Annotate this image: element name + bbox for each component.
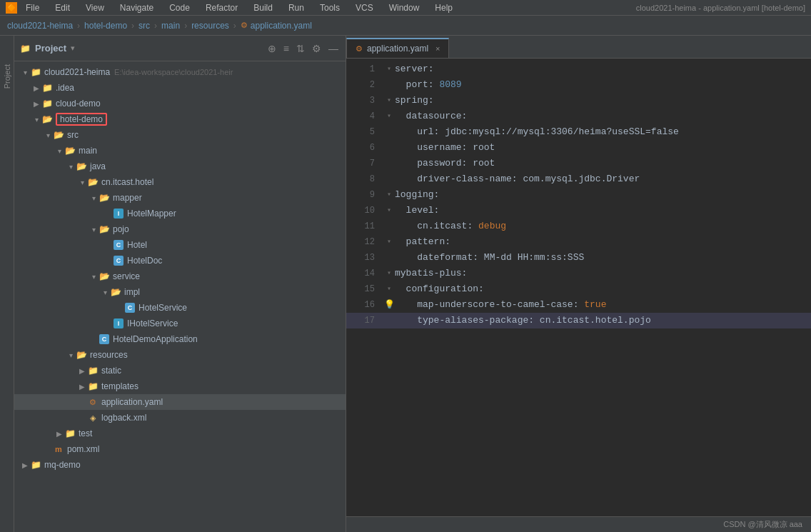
- tree-item-cloud2021[interactable]: ▾ 📁 cloud2021-heima E:\idea-workspace\cl…: [14, 64, 346, 80]
- tree-item-hoteldemoapp[interactable]: ▶ C HotelDemoApplication: [14, 331, 346, 347]
- line-gutter: ▾: [383, 234, 395, 250]
- panel-icon-minimize[interactable]: —: [327, 41, 340, 56]
- tree-item-pom[interactable]: ▶ m pom.xml: [14, 441, 346, 457]
- tree-item-mapper[interactable]: ▾ 📂 mapper: [14, 190, 346, 206]
- menu-edit[interactable]: Edit: [52, 1, 73, 14]
- code-line-2: 2 port: 8089: [346, 77, 811, 93]
- expand-arrow: ▾: [89, 224, 99, 234]
- tab-appyaml[interactable]: ⚙ application.yaml ×: [346, 38, 449, 58]
- code-text: cn.itcast: debug: [395, 219, 506, 234]
- tree-item-package[interactable]: ▾ 📂 cn.itcast.hotel: [14, 174, 346, 190]
- editor-content[interactable]: 1 ▾ server: 2 port: 8089 3 ▾ spring: 4 ▾: [346, 59, 811, 516]
- tree-item-templates[interactable]: ▶ 📁 templates: [14, 378, 346, 394]
- tree-item-hoteldoc[interactable]: ▶ C HotelDoc: [14, 253, 346, 268]
- panel-icon-settings[interactable]: ⚙: [311, 41, 323, 56]
- line-number: 9: [352, 187, 375, 203]
- fold-icon[interactable]: ▾: [387, 234, 391, 250]
- menu-refactor[interactable]: Refactor: [203, 1, 241, 14]
- menu-navigate[interactable]: Navigate: [117, 1, 156, 14]
- tree-item-ihotelservice[interactable]: ▶ I IHotelService: [14, 316, 346, 331]
- folder-icon: 📂: [76, 349, 87, 361]
- panel-icon-locate[interactable]: ⊕: [266, 41, 278, 56]
- tree-item-hotel-demo[interactable]: ▾ 📂 hotel-demo: [14, 111, 346, 127]
- breadcrumb-main[interactable]: main: [161, 21, 180, 31]
- fold-icon[interactable]: ▾: [387, 266, 391, 281]
- breadcrumb-sep-2: ›: [131, 21, 134, 31]
- line-number: 1: [352, 61, 375, 77]
- menu-window[interactable]: Window: [386, 1, 423, 14]
- code-text: server:: [395, 61, 434, 77]
- fold-icon[interactable]: ▾: [387, 187, 391, 203]
- tree-item-java[interactable]: ▾ 📂 java: [14, 159, 346, 174]
- line-gutter: ▾: [383, 93, 395, 109]
- menu-build[interactable]: Build: [251, 1, 276, 14]
- code-text: port: 8089: [395, 77, 462, 93]
- breadcrumb-hotel-demo[interactable]: hotel-demo: [84, 21, 127, 31]
- menu-code[interactable]: Code: [166, 1, 193, 14]
- tree-item-mq-demo[interactable]: ▶ 📁 mq-demo: [14, 457, 346, 473]
- code-text: username: root: [395, 140, 495, 156]
- class-icon: I: [113, 318, 124, 329]
- menu-vcs[interactable]: VCS: [353, 1, 376, 14]
- tree-item-main[interactable]: ▾ 📂 main: [14, 143, 346, 159]
- line-number: 7: [352, 156, 375, 171]
- tree-item-logback[interactable]: ▶ ◈ logback.xml: [14, 410, 346, 426]
- code-text: map-underscore-to-camel-case: true: [395, 297, 606, 313]
- fold-icon[interactable]: ▾: [387, 61, 391, 77]
- breadcrumb-src[interactable]: src: [138, 21, 150, 31]
- panel-icon-sort[interactable]: ⇅: [295, 41, 306, 56]
- code-text: pattern:: [395, 234, 450, 250]
- panel-icon-collapse[interactable]: ≡: [282, 41, 291, 56]
- tree-item-hotelmapper[interactable]: ▶ I HotelMapper: [14, 206, 346, 221]
- fold-icon[interactable]: ▾: [387, 109, 391, 124]
- class-icon: C: [99, 333, 110, 345]
- tree-item-service[interactable]: ▾ 📂 service: [14, 268, 346, 284]
- line-number: 17: [352, 313, 375, 328]
- folder-icon: 📁: [41, 98, 53, 109]
- expand-arrow: ▾: [43, 130, 53, 140]
- line-number: 6: [352, 140, 375, 156]
- code-line-14: 14 ▾ mybatis-plus:: [346, 266, 811, 281]
- fold-icon[interactable]: ▾: [387, 281, 391, 297]
- code-text: url: jdbc:mysql://mysql:3306/heima?useSS…: [395, 124, 679, 140]
- tree-item-impl[interactable]: ▾ 📂 impl: [14, 284, 346, 300]
- panel-title: Project: [35, 43, 66, 54]
- tree-item-appyaml[interactable]: ▶ ⚙ application.yaml: [14, 394, 346, 410]
- tree-label: .idea: [56, 83, 74, 93]
- menu-tools[interactable]: Tools: [317, 1, 343, 14]
- fold-icon[interactable]: ▾: [387, 203, 391, 219]
- breadcrumb-cloud2021[interactable]: cloud2021-heima: [7, 21, 73, 31]
- folder-icon: 📁: [87, 381, 99, 392]
- panel-header: 📁 Project ▾ ⊕ ≡ ⇅ ⚙ —: [14, 36, 346, 61]
- breadcrumb-resources[interactable]: resources: [191, 21, 229, 31]
- menu-file[interactable]: File: [23, 1, 42, 14]
- line-number: 13: [352, 250, 375, 266]
- fold-icon[interactable]: ▾: [387, 93, 391, 109]
- folder-icon: 📁: [87, 365, 99, 376]
- bulb-icon[interactable]: 💡: [384, 297, 395, 313]
- tree-item-static[interactable]: ▶ 📁 static: [14, 363, 346, 378]
- menu-help[interactable]: Help: [432, 1, 455, 14]
- class-icon: C: [113, 255, 124, 266]
- tree-label: cn.itcast.hotel: [101, 177, 153, 187]
- tree-item-hotelservice[interactable]: ▶ C HotelService: [14, 300, 346, 316]
- tree-item-pojo[interactable]: ▾ 📂 pojo: [14, 221, 346, 237]
- tree-item-cloud-demo[interactable]: ▶ 📁 cloud-demo: [14, 96, 346, 111]
- folder-icon: 📁: [30, 66, 41, 78]
- folder-icon: 📂: [99, 192, 110, 204]
- tree-item-idea[interactable]: ▶ 📁 .idea: [14, 80, 346, 96]
- expand-arrow: ▾: [66, 350, 76, 360]
- tree-item-src[interactable]: ▾ 📂 src: [14, 127, 346, 143]
- menu-view[interactable]: View: [83, 1, 107, 14]
- side-label-text: Project: [3, 64, 11, 89]
- tab-close-button[interactable]: ×: [435, 44, 440, 53]
- tree-item-resources[interactable]: ▾ 📂 resources: [14, 347, 346, 363]
- tree-item-test[interactable]: ▶ 📁 test: [14, 426, 346, 441]
- folder-icon: 📁: [41, 82, 53, 94]
- menu-run[interactable]: Run: [286, 1, 307, 14]
- breadcrumb-appyaml[interactable]: application.yaml: [251, 21, 312, 31]
- tree-label: impl: [124, 287, 140, 297]
- app-icon: 🔶: [6, 2, 17, 14]
- bottom-bar: CSDN @清风微凉 aaa: [346, 516, 811, 532]
- tree-item-hotel[interactable]: ▶ C Hotel: [14, 237, 346, 253]
